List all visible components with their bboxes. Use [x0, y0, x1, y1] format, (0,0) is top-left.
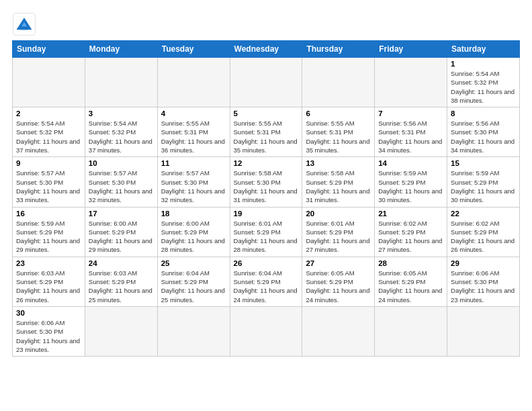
- day-number: 24: [89, 259, 154, 267]
- calendar-cell-12: 12Sunrise: 5:58 AMSunset: 5:30 PMDayligh…: [230, 157, 302, 207]
- calendar-cell-empty: [13, 58, 85, 107]
- day-info: Sunrise: 6:00 AMSunset: 5:29 PMDaylight:…: [89, 219, 154, 255]
- day-number: 26: [234, 259, 299, 267]
- calendar-cell-2: 2Sunrise: 5:54 AMSunset: 5:32 PMDaylight…: [13, 107, 85, 157]
- calendar-cell-30: 30Sunrise: 6:06 AMSunset: 5:30 PMDayligh…: [13, 306, 85, 356]
- day-info: Sunrise: 6:03 AMSunset: 5:29 PMDaylight:…: [89, 269, 154, 304]
- page: SundayMondayTuesdayWednesdayThursdayFrid…: [0, 0, 532, 411]
- calendar-cell-13: 13Sunrise: 5:58 AMSunset: 5:29 PMDayligh…: [302, 157, 375, 207]
- weekday-header-thursday: Thursday: [302, 41, 375, 58]
- day-number: 20: [306, 210, 371, 218]
- day-number: 21: [378, 210, 443, 218]
- day-info: Sunrise: 6:04 AMSunset: 5:29 PMDaylight:…: [234, 269, 299, 304]
- calendar-cell-empty: [302, 58, 375, 107]
- calendar-cell-24: 24Sunrise: 6:03 AMSunset: 5:29 PMDayligh…: [85, 257, 157, 306]
- day-info: Sunrise: 6:03 AMSunset: 5:29 PMDaylight:…: [16, 269, 81, 304]
- calendar-cell-15: 15Sunrise: 5:59 AMSunset: 5:29 PMDayligh…: [447, 157, 520, 207]
- day-number: 15: [451, 159, 516, 167]
- calendar-week-3: 9Sunrise: 5:57 AMSunset: 5:30 PMDaylight…: [13, 157, 520, 207]
- calendar-cell-3: 3Sunrise: 5:54 AMSunset: 5:32 PMDaylight…: [85, 107, 157, 157]
- calendar-week-2: 2Sunrise: 5:54 AMSunset: 5:32 PMDaylight…: [13, 107, 520, 157]
- calendar-cell-empty: [85, 58, 157, 107]
- calendar-cell-1: 1Sunrise: 5:54 AMSunset: 5:32 PMDaylight…: [447, 58, 520, 107]
- day-info: Sunrise: 5:58 AMSunset: 5:29 PMDaylight:…: [306, 169, 371, 204]
- day-info: Sunrise: 6:04 AMSunset: 5:29 PMDaylight:…: [161, 269, 226, 304]
- day-number: 9: [16, 159, 81, 167]
- day-info: Sunrise: 5:59 AMSunset: 5:29 PMDaylight:…: [378, 169, 443, 204]
- header: [12, 12, 520, 36]
- calendar-cell-10: 10Sunrise: 5:57 AMSunset: 5:30 PMDayligh…: [85, 157, 157, 207]
- calendar-cell-16: 16Sunrise: 5:59 AMSunset: 5:29 PMDayligh…: [13, 207, 85, 257]
- day-number: 19: [234, 210, 299, 218]
- day-number: 4: [161, 109, 226, 118]
- calendar-week-1: 1Sunrise: 5:54 AMSunset: 5:32 PMDaylight…: [13, 58, 520, 107]
- calendar-cell-28: 28Sunrise: 6:05 AMSunset: 5:29 PMDayligh…: [375, 257, 447, 306]
- calendar-cell-29: 29Sunrise: 6:06 AMSunset: 5:30 PMDayligh…: [447, 257, 520, 306]
- day-number: 1: [451, 60, 516, 68]
- day-number: 25: [161, 259, 226, 267]
- day-number: 27: [306, 259, 371, 267]
- day-info: Sunrise: 5:54 AMSunset: 5:32 PMDaylight:…: [89, 119, 154, 154]
- calendar-cell-8: 8Sunrise: 5:56 AMSunset: 5:30 PMDaylight…: [447, 107, 520, 157]
- weekday-header-wednesday: Wednesday: [230, 41, 302, 58]
- day-info: Sunrise: 5:56 AMSunset: 5:30 PMDaylight:…: [451, 119, 516, 154]
- day-number: 14: [378, 159, 443, 167]
- day-number: 6: [306, 109, 371, 118]
- day-info: Sunrise: 6:05 AMSunset: 5:29 PMDaylight:…: [378, 269, 443, 304]
- svg-rect-3: [20, 26, 28, 30]
- day-info: Sunrise: 5:56 AMSunset: 5:31 PMDaylight:…: [378, 119, 443, 154]
- day-info: Sunrise: 5:57 AMSunset: 5:30 PMDaylight:…: [16, 169, 81, 204]
- calendar-week-5: 23Sunrise: 6:03 AMSunset: 5:29 PMDayligh…: [13, 257, 520, 306]
- calendar-cell-empty: [230, 306, 302, 356]
- day-info: Sunrise: 5:55 AMSunset: 5:31 PMDaylight:…: [234, 119, 299, 154]
- calendar-cell-5: 5Sunrise: 5:55 AMSunset: 5:31 PMDaylight…: [230, 107, 302, 157]
- day-info: Sunrise: 5:59 AMSunset: 5:29 PMDaylight:…: [16, 219, 81, 255]
- day-number: 18: [161, 210, 226, 218]
- day-number: 13: [306, 159, 371, 167]
- day-info: Sunrise: 5:58 AMSunset: 5:30 PMDaylight:…: [234, 169, 299, 204]
- day-number: 28: [378, 259, 443, 267]
- logo: [12, 12, 39, 36]
- weekday-header-sunday: Sunday: [13, 41, 85, 58]
- calendar-cell-26: 26Sunrise: 6:04 AMSunset: 5:29 PMDayligh…: [230, 257, 302, 306]
- day-number: 23: [16, 259, 81, 267]
- day-info: Sunrise: 6:01 AMSunset: 5:29 PMDaylight:…: [306, 219, 371, 255]
- day-info: Sunrise: 5:57 AMSunset: 5:30 PMDaylight:…: [161, 169, 226, 204]
- calendar-cell-11: 11Sunrise: 5:57 AMSunset: 5:30 PMDayligh…: [157, 157, 230, 207]
- day-number: 2: [16, 109, 81, 118]
- day-number: 22: [451, 210, 516, 218]
- calendar-cell-empty: [302, 306, 375, 356]
- day-info: Sunrise: 6:06 AMSunset: 5:30 PMDaylight:…: [16, 318, 81, 354]
- calendar-cell-6: 6Sunrise: 5:55 AMSunset: 5:31 PMDaylight…: [302, 107, 375, 157]
- calendar-cell-25: 25Sunrise: 6:04 AMSunset: 5:29 PMDayligh…: [157, 257, 230, 306]
- weekday-header-tuesday: Tuesday: [157, 41, 230, 58]
- day-number: 30: [16, 309, 81, 317]
- day-info: Sunrise: 6:00 AMSunset: 5:29 PMDaylight:…: [161, 219, 226, 255]
- calendar-cell-7: 7Sunrise: 5:56 AMSunset: 5:31 PMDaylight…: [375, 107, 447, 157]
- calendar-cell-empty: [447, 306, 520, 356]
- day-info: Sunrise: 5:57 AMSunset: 5:30 PMDaylight:…: [89, 169, 154, 204]
- calendar: SundayMondayTuesdayWednesdayThursdayFrid…: [12, 40, 520, 357]
- calendar-cell-empty: [230, 58, 302, 107]
- day-number: 16: [16, 210, 81, 218]
- calendar-cell-18: 18Sunrise: 6:00 AMSunset: 5:29 PMDayligh…: [157, 207, 230, 257]
- calendar-cell-17: 17Sunrise: 6:00 AMSunset: 5:29 PMDayligh…: [85, 207, 157, 257]
- calendar-cell-19: 19Sunrise: 6:01 AMSunset: 5:29 PMDayligh…: [230, 207, 302, 257]
- day-info: Sunrise: 5:54 AMSunset: 5:32 PMDaylight:…: [451, 69, 516, 105]
- calendar-cell-empty: [375, 306, 447, 356]
- calendar-cell-27: 27Sunrise: 6:05 AMSunset: 5:29 PMDayligh…: [302, 257, 375, 306]
- calendar-cell-22: 22Sunrise: 6:02 AMSunset: 5:29 PMDayligh…: [447, 207, 520, 257]
- day-info: Sunrise: 6:06 AMSunset: 5:30 PMDaylight:…: [451, 269, 516, 304]
- day-number: 29: [451, 259, 516, 267]
- day-info: Sunrise: 5:59 AMSunset: 5:29 PMDaylight:…: [451, 169, 516, 204]
- day-number: 5: [234, 109, 299, 118]
- day-info: Sunrise: 6:02 AMSunset: 5:29 PMDaylight:…: [451, 219, 516, 255]
- day-number: 3: [89, 109, 154, 118]
- day-info: Sunrise: 6:05 AMSunset: 5:29 PMDaylight:…: [306, 269, 371, 304]
- calendar-cell-20: 20Sunrise: 6:01 AMSunset: 5:29 PMDayligh…: [302, 207, 375, 257]
- calendar-cell-empty: [375, 58, 447, 107]
- calendar-cell-9: 9Sunrise: 5:57 AMSunset: 5:30 PMDaylight…: [13, 157, 85, 207]
- day-info: Sunrise: 5:55 AMSunset: 5:31 PMDaylight:…: [161, 119, 226, 154]
- day-info: Sunrise: 6:02 AMSunset: 5:29 PMDaylight:…: [378, 219, 443, 255]
- day-info: Sunrise: 6:01 AMSunset: 5:29 PMDaylight:…: [234, 219, 299, 255]
